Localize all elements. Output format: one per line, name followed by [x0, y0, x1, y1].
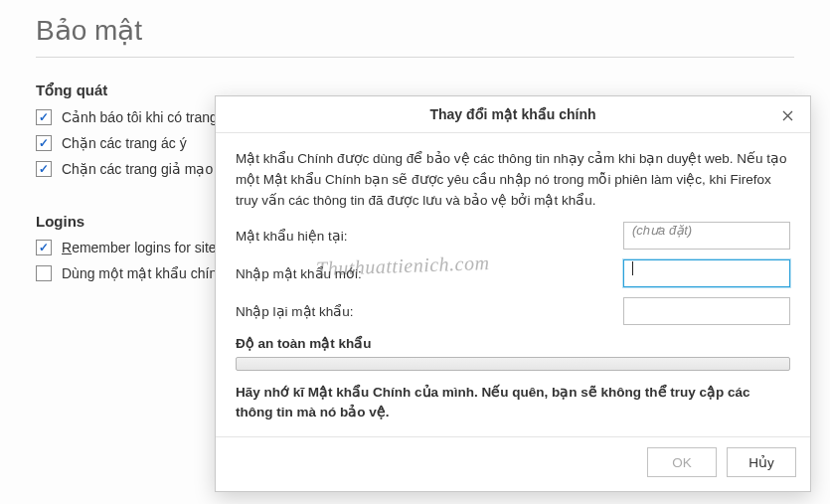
cancel-button[interactable]: Hủy — [727, 447, 796, 477]
modal-overlay: Thay đổi mật khẩu chính Mật khẩu Chính đ… — [0, 0, 830, 504]
close-button[interactable] — [772, 102, 802, 128]
dialog-body: Mật khẩu Chính được dùng để bảo vệ các t… — [216, 133, 810, 436]
confirm-password-label: Nhập lại mật khẩu: — [236, 303, 623, 319]
close-icon — [782, 110, 793, 121]
row-confirm-password: Nhập lại mật khẩu: — [236, 297, 790, 325]
new-password-label: Nhập mật khẩu mới: — [236, 265, 623, 281]
row-new-password: Nhập mật khẩu mới: — [236, 259, 790, 287]
password-strength-label: Độ an toàn mật khẩu — [236, 335, 790, 351]
ok-button[interactable]: OK — [647, 447, 717, 477]
dialog-warning: Hãy nhớ kĩ Mật khẩu Chính của mình. Nếu … — [236, 383, 790, 423]
text-caret — [632, 261, 633, 275]
current-password-label: Mật khẩu hiện tại: — [236, 228, 623, 244]
confirm-password-input[interactable] — [623, 297, 790, 325]
password-strength-meter — [236, 357, 790, 371]
change-master-password-dialog: Thay đổi mật khẩu chính Mật khẩu Chính đ… — [215, 95, 811, 492]
dialog-footer: OK Hủy — [216, 436, 810, 491]
dialog-title: Thay đổi mật khẩu chính — [429, 106, 595, 122]
dialog-titlebar: Thay đổi mật khẩu chính — [216, 96, 810, 133]
row-current-password: Mật khẩu hiện tại: (chưa đặt) — [236, 222, 790, 250]
new-password-input[interactable] — [623, 259, 790, 287]
current-password-input[interactable]: (chưa đặt) — [623, 222, 790, 250]
dialog-description: Mật khẩu Chính được dùng để bảo vệ các t… — [236, 149, 790, 212]
